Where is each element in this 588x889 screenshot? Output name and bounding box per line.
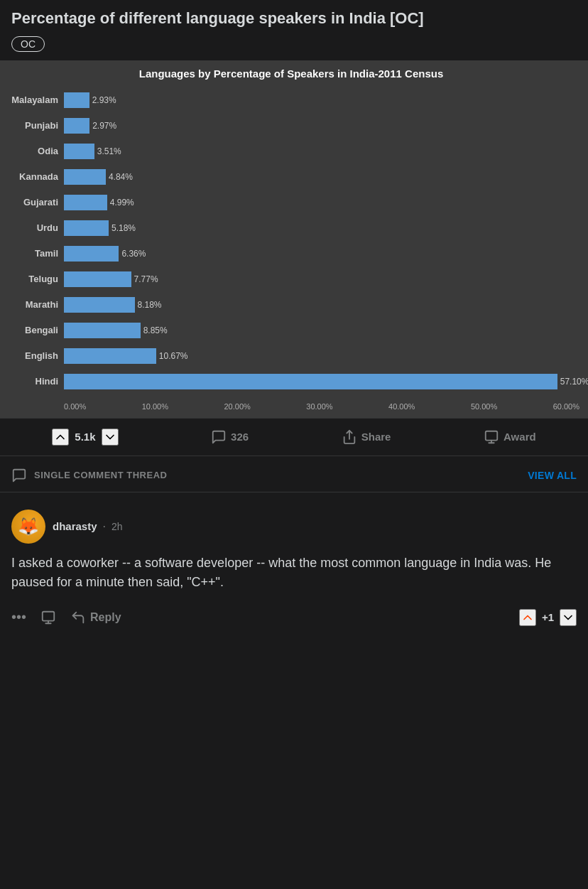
- x-tick: 0.00%: [64, 402, 86, 411]
- comments-button[interactable]: 326: [211, 429, 249, 445]
- bar-row: Odia3.51%: [0, 141, 582, 162]
- bar-track: 4.84%: [64, 169, 582, 185]
- bar-label: Kannada: [0, 171, 64, 182]
- x-tick: 60.00%: [553, 402, 579, 411]
- bar-fill: [64, 374, 557, 389]
- bar-row: English10.67%: [0, 345, 582, 367]
- bar-fill: [64, 92, 89, 108]
- downvote-button[interactable]: [102, 429, 119, 446]
- bar-label: Malayalam: [0, 95, 64, 105]
- bar-fill: [64, 195, 107, 210]
- bar-value-label: 4.84%: [109, 172, 133, 182]
- bar-label: Bengali: [0, 325, 64, 335]
- bar-row: Bengali8.85%: [0, 320, 582, 341]
- bar-track: 7.77%: [64, 271, 582, 287]
- thread-header: SINGLE COMMENT THREAD VIEW ALL: [0, 456, 588, 492]
- reply-label: Reply: [90, 611, 121, 624]
- comment-award-icon: [40, 610, 56, 625]
- post-action-bar: 5.1k 326 Share Award: [0, 418, 588, 456]
- comment-header: 🦊 dharasty · 2h: [11, 510, 577, 544]
- award-icon: [484, 429, 499, 445]
- thread-label: SINGLE COMMENT THREAD: [11, 468, 167, 483]
- bar-fill: [64, 297, 135, 313]
- flair-badge[interactable]: OC: [11, 36, 45, 52]
- reply-button[interactable]: Reply: [70, 610, 121, 625]
- avatar-emoji: 🦊: [18, 517, 39, 537]
- comment-downvote-icon: [561, 610, 575, 625]
- comment-count: 326: [231, 431, 249, 443]
- bar-row: Urdu5.18%: [0, 217, 582, 239]
- comment-upvote-icon: [521, 610, 535, 625]
- bar-value-label: 6.36%: [121, 249, 146, 259]
- comment-time: 2h: [111, 521, 123, 532]
- comment-vote-section: +1: [519, 609, 577, 626]
- bar-row: Telugu7.77%: [0, 269, 582, 290]
- bar-label: English: [0, 350, 64, 361]
- avatar: 🦊: [11, 510, 45, 544]
- vote-section: 5.1k: [52, 429, 118, 446]
- thread-label-text: SINGLE COMMENT THREAD: [34, 470, 167, 480]
- bar-track: 6.36%: [64, 246, 582, 262]
- bar-chart: Malayalam2.93%Punjabi2.97%Odia3.51%Kanna…: [0, 90, 582, 397]
- downvote-icon: [103, 429, 117, 445]
- view-all-button[interactable]: VIEW ALL: [528, 470, 577, 481]
- comment-body: I asked a coworker -- a software develop…: [11, 554, 577, 592]
- bar-fill: [64, 246, 119, 262]
- x-tick: 20.00%: [224, 402, 250, 411]
- svg-rect-4: [43, 611, 55, 620]
- share-button[interactable]: Share: [342, 429, 391, 445]
- bar-value-label: 8.85%: [143, 325, 168, 335]
- bar-label: Urdu: [0, 222, 64, 233]
- x-tick: 50.00%: [471, 402, 497, 411]
- comment-upvote-button[interactable]: [519, 609, 536, 626]
- thread-icon: [11, 468, 27, 483]
- upvote-button[interactable]: [52, 429, 69, 446]
- bar-row: Gujarati4.99%: [0, 192, 582, 213]
- comment-award-button[interactable]: [40, 610, 56, 625]
- bar-value-label: 8.18%: [138, 300, 162, 310]
- bar-track: 2.93%: [64, 92, 582, 108]
- bar-fill: [64, 323, 141, 338]
- comment-action-left: ••• Reply: [11, 609, 121, 625]
- bar-value-label: 5.18%: [111, 223, 136, 233]
- bar-track: 57.10%: [64, 374, 582, 389]
- bar-track: 3.51%: [64, 144, 582, 159]
- bar-track: 5.18%: [64, 220, 582, 236]
- bar-value-label: 7.77%: [134, 274, 158, 284]
- x-tick: 10.00%: [142, 402, 168, 411]
- bar-value-label: 57.10%: [560, 377, 588, 387]
- bar-label: Hindi: [0, 376, 64, 387]
- chart-title: Languages by Percentage of Speakers in I…: [0, 68, 582, 80]
- share-label: Share: [361, 431, 391, 443]
- bar-row: Punjabi2.97%: [0, 115, 582, 136]
- award-label: Award: [503, 431, 536, 443]
- bar-fill: [64, 220, 109, 236]
- bar-track: 8.18%: [64, 297, 582, 313]
- bar-value-label: 3.51%: [97, 146, 121, 156]
- bar-row: Hindi57.10%: [0, 371, 582, 392]
- x-axis: 0.00%10.00%20.00%30.00%40.00%50.00%60.00…: [64, 402, 582, 411]
- reply-icon: [70, 610, 86, 625]
- bar-label: Punjabi: [0, 120, 64, 131]
- bar-value-label: 2.93%: [92, 95, 116, 105]
- bar-label: Odia: [0, 146, 64, 156]
- comment-downvote-button[interactable]: [560, 609, 577, 626]
- bar-track: 8.85%: [64, 323, 582, 338]
- chart-area: Languages by Percentage of Speakers in I…: [0, 60, 588, 418]
- bar-row: Kannada4.84%: [0, 166, 582, 188]
- share-icon: [342, 429, 357, 445]
- x-tick: 30.00%: [306, 402, 332, 411]
- bar-fill: [64, 271, 131, 287]
- comment-icon: [211, 429, 227, 445]
- comment-vote-count: +1: [542, 611, 554, 623]
- comment-username[interactable]: dharasty: [53, 520, 97, 532]
- bar-track: 4.99%: [64, 195, 582, 210]
- bar-label: Tamil: [0, 248, 64, 259]
- svg-rect-1: [486, 431, 498, 440]
- bar-fill: [64, 144, 94, 159]
- award-button[interactable]: Award: [484, 429, 536, 445]
- more-options-button[interactable]: •••: [11, 609, 26, 625]
- vote-count: 5.1k: [75, 431, 95, 443]
- upvote-icon: [53, 429, 67, 445]
- bar-fill: [64, 348, 156, 364]
